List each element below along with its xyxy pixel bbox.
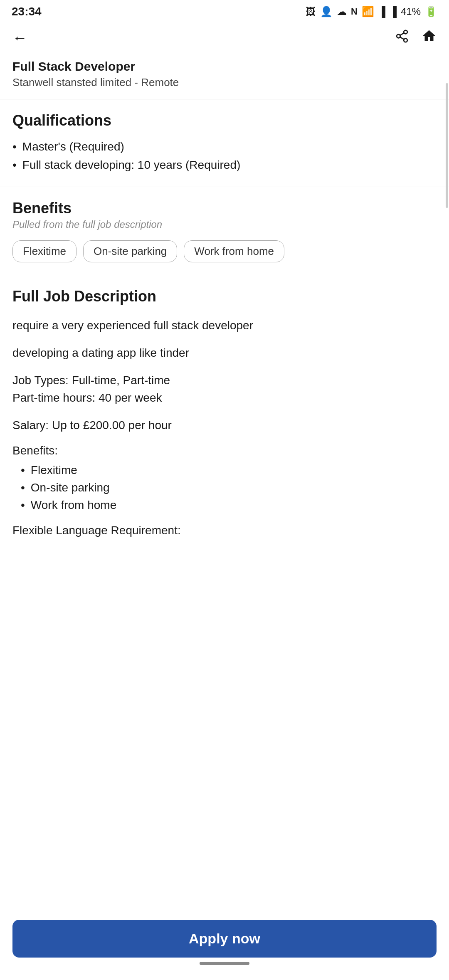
qualifications-section: Qualifications Master's (Required) Full …	[0, 99, 449, 187]
flexible-language-label: Flexible Language Requirement:	[12, 524, 437, 537]
list-item: Work from home	[21, 496, 437, 514]
battery-icon: 🔋	[425, 6, 437, 17]
benefits-subtitle: Pulled from the full job description	[12, 219, 437, 230]
svg-line-3	[400, 37, 404, 39]
benefit-tag-flexitime[interactable]: Flexitime	[12, 240, 76, 262]
job-desc-para-3: Job Types: Full-time, Part-timePart-time…	[12, 372, 437, 407]
job-company: Stanwell stansted limited - Remote	[12, 76, 437, 89]
status-icons: 🖼 👤 ☁ N 📶 ▐ ▐ 41% 🔋	[306, 6, 437, 17]
benefits-label: Benefits:	[12, 444, 437, 457]
benefits-tags: Flexitime On-site parking Work from home	[12, 240, 437, 262]
list-item: Master's (Required)	[12, 138, 437, 156]
nav-right-icons	[395, 28, 437, 47]
time-display: 23:34	[12, 5, 42, 18]
nfc-icon: N	[351, 6, 358, 17]
benefit-tag-parking[interactable]: On-site parking	[83, 240, 177, 262]
list-item: Full stack developing: 10 years (Require…	[12, 156, 437, 174]
home-icon[interactable]	[422, 28, 437, 47]
job-desc-para-2: developing a dating app like tinder	[12, 344, 437, 362]
status-bar: 23:34 🖼 👤 ☁ N 📶 ▐ ▐ 41% 🔋	[0, 0, 449, 22]
benefits-section: Benefits Pulled from the full job descri…	[0, 187, 449, 275]
scrollbar[interactable]	[446, 83, 448, 208]
list-item: Flexitime	[21, 462, 437, 479]
cloud-icon: ☁	[337, 6, 347, 17]
qualifications-title: Qualifications	[12, 112, 437, 129]
list-item: On-site parking	[21, 479, 437, 496]
battery-display: 41%	[401, 6, 421, 17]
job-desc-salary: Salary: Up to £200.00 per hour	[12, 417, 437, 434]
nav-bar: ←	[0, 22, 449, 55]
wifi-icon: 📶	[362, 6, 374, 17]
benefits-title: Benefits	[12, 200, 437, 217]
signal2-icon: ▐	[390, 6, 397, 17]
person-icon: 👤	[320, 6, 333, 17]
svg-line-4	[400, 33, 404, 35]
back-button[interactable]: ←	[12, 29, 27, 47]
photo-icon: 🖼	[306, 6, 316, 17]
qualifications-list: Master's (Required) Full stack developin…	[12, 138, 437, 174]
full-job-description-section: Full Job Description require a very expe…	[0, 275, 449, 583]
desc-benefits-list: Flexitime On-site parking Work from home	[21, 462, 437, 514]
share-icon[interactable]	[395, 29, 409, 47]
job-desc-para-1: require a very experienced full stack de…	[12, 317, 437, 334]
benefit-tag-wfh[interactable]: Work from home	[184, 240, 284, 262]
job-types-line: Job Types: Full-time, Part-timePart-time…	[12, 374, 170, 404]
signal1-icon: ▐	[378, 6, 385, 17]
job-desc-title: Full Job Description	[12, 288, 437, 305]
job-title: Full Stack Developer	[12, 59, 437, 74]
job-header: Full Stack Developer Stanwell stansted l…	[0, 55, 449, 99]
